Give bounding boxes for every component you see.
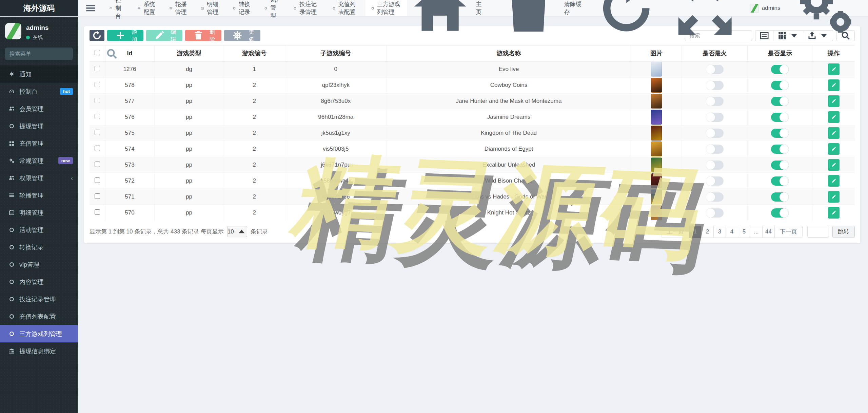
tab-系统配置[interactable]: 系统配置: [131, 0, 163, 16]
jump-button[interactable]: 跳转: [832, 226, 855, 238]
show-toggle[interactable]: [771, 113, 789, 122]
hot-toggle[interactable]: [706, 65, 724, 74]
show-toggle[interactable]: [771, 176, 789, 186]
tab-三方游戏列管理[interactable]: 三方游戏列管理: [365, 0, 407, 16]
sidebar-item-常规管理[interactable]: 常规管理new: [0, 152, 78, 169]
edit-row-button[interactable]: [828, 207, 840, 219]
row-checkbox[interactable]: [95, 114, 100, 119]
page-button-2[interactable]: 2: [701, 226, 714, 238]
sidebar-item-提现信息绑定[interactable]: 提现信息绑定: [0, 342, 78, 360]
tab-投注记录管理[interactable]: 投注记录管理: [287, 0, 326, 16]
hot-toggle[interactable]: [706, 113, 724, 122]
sidebar-item-转换记录[interactable]: 转换记录: [0, 239, 78, 256]
row-checkbox[interactable]: [95, 146, 100, 151]
refresh-table-button[interactable]: [90, 30, 104, 41]
tab-转换记录[interactable]: 转换记录: [226, 0, 258, 16]
tab-控制台[interactable]: 控制台: [103, 0, 131, 16]
hot-toggle[interactable]: [706, 208, 724, 218]
edit-button[interactable]: 编辑: [146, 30, 182, 41]
tab-vip管理[interactable]: vip管理: [258, 0, 287, 16]
sidebar-item-提现管理[interactable]: 提现管理: [0, 117, 78, 135]
cell-game-name: Knight Hot Spotz: [387, 205, 631, 221]
show-toggle[interactable]: [771, 192, 789, 202]
prev-page-button[interactable]: 上一页: [661, 226, 689, 238]
tab-明细管理[interactable]: 明细管理: [195, 0, 226, 16]
page-button-4[interactable]: 4: [726, 226, 738, 238]
show-toggle[interactable]: [771, 65, 789, 74]
sidebar-item-活动管理[interactable]: 活动管理: [0, 221, 78, 239]
cell-game-type: pp: [154, 173, 224, 189]
hot-toggle[interactable]: [706, 129, 724, 138]
sidebar-search-input[interactable]: [9, 51, 80, 57]
toggle-view-button[interactable]: [755, 30, 773, 41]
hot-toggle[interactable]: [706, 192, 724, 202]
tab-轮播管理[interactable]: 轮播管理: [163, 0, 195, 16]
more-button[interactable]: 更多: [224, 30, 260, 41]
page-size-select[interactable]: 10: [227, 226, 247, 237]
edit-row-button[interactable]: [828, 127, 840, 139]
row-checkbox[interactable]: [95, 162, 100, 167]
circle-icon: [371, 5, 374, 11]
edit-row-button[interactable]: [828, 175, 840, 187]
show-toggle[interactable]: [771, 81, 789, 90]
clear-cache-link[interactable]: 清除缓存: [496, 0, 582, 41]
next-page-button[interactable]: 下一页: [774, 226, 803, 238]
sidebar-item-vip管理[interactable]: vip管理: [0, 256, 78, 273]
settings-button[interactable]: [791, 0, 859, 42]
home-link[interactable]: 主页: [407, 0, 486, 41]
user-menu[interactable]: admins: [750, 4, 781, 13]
sidebar-item-内容管理[interactable]: 内容管理: [0, 273, 78, 290]
page-button-...[interactable]: ...: [750, 226, 763, 238]
sidebar-item-权限管理[interactable]: 权限管理‹: [0, 169, 78, 187]
show-toggle[interactable]: [771, 97, 789, 106]
badge-hot: hot: [60, 88, 73, 95]
pagination: 上一页12345...44下一页: [661, 226, 803, 238]
delete-button[interactable]: 删除: [185, 30, 221, 41]
sidebar-item-三方游戏列管理[interactable]: 三方游戏列管理: [0, 325, 78, 342]
hot-toggle[interactable]: [706, 97, 724, 106]
sidebar-item-控制台[interactable]: 控制台hot: [0, 83, 78, 100]
edit-row-button[interactable]: [828, 143, 840, 155]
edit-row-button[interactable]: [828, 79, 840, 91]
page-button-44[interactable]: 44: [762, 226, 775, 238]
page-button-1[interactable]: 1: [689, 226, 702, 238]
page-button-3[interactable]: 3: [713, 226, 726, 238]
row-checkbox[interactable]: [95, 82, 100, 87]
edit-row-button[interactable]: [828, 111, 840, 123]
sidebar-item-通知[interactable]: 通知: [0, 65, 78, 83]
row-checkbox[interactable]: [95, 130, 100, 135]
sidebar-item-会员管理[interactable]: 会员管理: [0, 100, 78, 117]
sidebar-item-充值管理[interactable]: 充值管理: [0, 135, 78, 152]
tab-充值列表配置[interactable]: 充值列表配置: [326, 0, 365, 16]
hot-toggle[interactable]: [706, 161, 724, 170]
add-button[interactable]: 添加: [107, 30, 143, 41]
edit-row-button[interactable]: [828, 95, 840, 107]
hot-toggle[interactable]: [706, 81, 724, 90]
edit-row-button[interactable]: [828, 63, 840, 75]
hot-toggle[interactable]: [706, 176, 724, 186]
page-button-5[interactable]: 5: [738, 226, 750, 238]
row-checkbox[interactable]: [95, 193, 100, 199]
row-checkbox[interactable]: [95, 66, 100, 71]
show-toggle[interactable]: [771, 161, 789, 170]
row-checkbox[interactable]: [95, 98, 100, 103]
row-checkbox[interactable]: [95, 177, 100, 183]
fullscreen-button[interactable]: [671, 0, 739, 42]
edit-row-button[interactable]: [828, 159, 840, 171]
sidebar-toggle-button[interactable]: [78, 0, 103, 16]
edit-row-button[interactable]: [828, 191, 840, 203]
cell-game-no: 2: [224, 157, 285, 173]
toggle-knob: [780, 145, 789, 154]
hot-toggle[interactable]: [706, 145, 724, 154]
sidebar-item-投注记录管理[interactable]: 投注记录管理: [0, 290, 78, 308]
row-checkbox[interactable]: [95, 209, 100, 215]
sidebar-item-轮播管理[interactable]: 轮播管理: [0, 187, 78, 204]
show-toggle[interactable]: [771, 208, 789, 218]
jump-page-input[interactable]: [807, 226, 829, 238]
sidebar-item-充值列表配置[interactable]: 充值列表配置: [0, 308, 78, 325]
sidebar-item-明细管理[interactable]: 明细管理: [0, 204, 78, 221]
show-toggle[interactable]: [771, 129, 789, 138]
refresh-button[interactable]: [592, 0, 660, 42]
show-toggle[interactable]: [771, 145, 789, 154]
cell-game-type: pp: [154, 205, 224, 221]
